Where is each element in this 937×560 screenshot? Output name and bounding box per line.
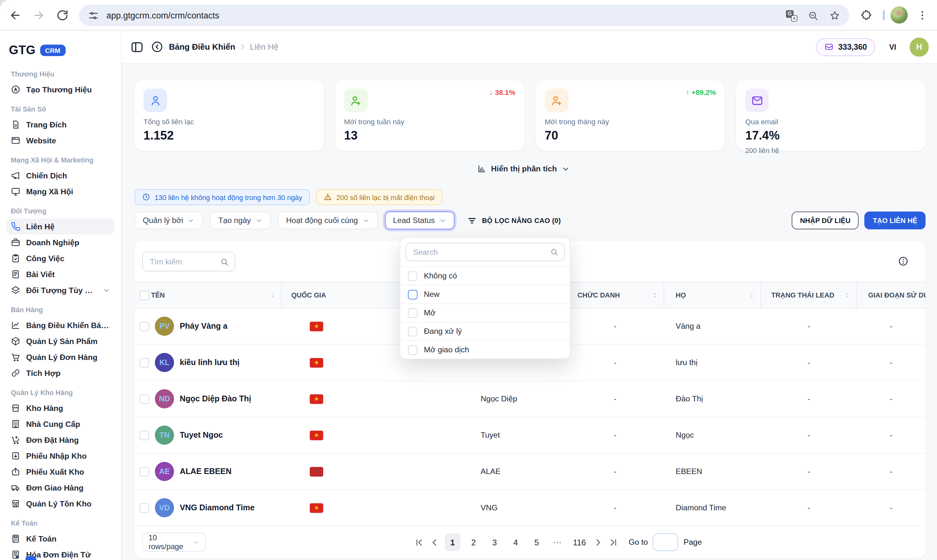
dropdown-option[interactable]: New [400,285,570,303]
import-data-button[interactable]: NHẬP DỮ LIỆU [792,212,858,229]
sidebar-item[interactable]: Quản Lý Đơn Hàng [6,349,115,365]
dropdown-option[interactable]: Không có [400,266,570,285]
table-options-icon[interactable] [898,256,908,266]
url-text[interactable]: app.gtgcrm.com/crm/contacts [106,11,786,20]
sidebar-toggle-icon[interactable] [130,40,144,54]
sidebar-item[interactable]: Phiếu Xuất Kho [6,464,115,480]
row-checkbox[interactable] [140,503,149,512]
browser-back-icon[interactable] [9,9,22,22]
sidebar-item[interactable]: Kế Toán [6,531,115,547]
browser-menu-icon[interactable] [917,9,928,22]
user-avatar[interactable]: H [909,37,929,56]
table-row[interactable]: TNTuyet Ngoc★Tuyet-Ngọc-- [134,417,926,454]
create-contact-button[interactable]: TẠO LIÊN HỆ [865,212,926,229]
translate-icon[interactable]: GA [786,10,797,21]
dropdown-option[interactable]: Mở [400,303,570,322]
breadcrumb-dashboard[interactable]: Bảng Điều Khiển [169,42,235,52]
option-checkbox[interactable] [408,326,418,336]
page-number[interactable]: 4 [508,533,523,551]
table-search-input[interactable] [148,257,220,267]
row-checkbox[interactable] [140,358,149,367]
browser-profile-avatar[interactable] [891,6,908,23]
analytics-toggle[interactable]: Hiển thị phân tích [122,165,926,173]
column-header[interactable]: GIAI ĐOẠN SỬ DỤN [857,282,926,308]
contact-name[interactable]: kiều linh lưu thị [180,358,240,367]
sidebar-item[interactable]: Đơn Đặt Hàng [6,432,115,448]
extensions-icon[interactable] [860,9,872,21]
language-switch[interactable]: VI [889,43,896,51]
prev-page-icon[interactable] [430,537,439,547]
page-number[interactable]: 1 [445,533,460,551]
sidebar-item[interactable]: Quản Lý Tồn Kho [6,495,115,512]
contact-name[interactable]: Pháy Vàng a [180,322,228,331]
site-settings-icon[interactable] [88,10,99,21]
sidebar-item[interactable]: Hóa Đơn Điện Tử [6,547,115,560]
app-logo[interactable]: GTG CRM [6,31,115,62]
alert-badge-warning[interactable]: 200 số liên lạc bị mất điện thoại [316,189,442,205]
sidebar-item[interactable]: Tạo Thương Hiệu [6,82,115,97]
filter-dropdown-button[interactable]: Hoạt động cuối cùng [277,212,378,229]
dropdown-option[interactable]: Mở giao dịch [400,340,570,359]
breadcrumb-back-icon[interactable] [151,41,163,53]
contact-name[interactable]: Tuyet Ngoc [180,431,223,440]
row-checkbox[interactable] [140,394,149,404]
sidebar-item[interactable]: Nhà Cung Cấp [6,416,115,432]
sidebar-item[interactable]: Website [6,132,115,148]
column-header[interactable]: TRẠNG THÁI LEAD [761,282,857,308]
option-checkbox[interactable] [408,345,418,355]
zoom-out-icon[interactable] [808,10,818,21]
bookmark-star-icon[interactable] [829,10,840,21]
row-checkbox[interactable] [140,322,149,331]
sidebar-item[interactable]: Phiếu Nhập Kho [6,448,115,464]
credits-pill[interactable]: 333,360 [816,38,875,56]
sidebar-item[interactable]: Doanh Nghiệp [6,234,115,250]
sidebar-item[interactable]: Kho Hàng [6,400,115,416]
table-row[interactable]: NDNgọc Diệp Đào Thị★Ngọc Diệp-Đào Thị-- [134,381,926,417]
filter-dropdown-button[interactable]: Tạo ngày [210,212,271,229]
column-header[interactable]: TÊN [151,282,282,308]
sidebar-item[interactable]: Chiến Dịch [6,168,115,183]
sidebar-item[interactable]: Công Việc [6,250,115,266]
address-bar[interactable]: app.gtgcrm.com/crm/contacts GA [79,5,849,26]
select-all-checkbox[interactable] [140,290,149,300]
last-page-icon[interactable] [609,537,619,547]
page-number[interactable]: 3 [487,533,502,551]
contact-name[interactable]: ALAE EBEEN [180,467,231,476]
option-checkbox[interactable] [408,289,418,299]
goto-page-input[interactable] [653,533,678,551]
sidebar-item[interactable]: Liên Hệ [6,218,115,234]
dropdown-option[interactable]: Đang xử lý [400,322,570,340]
advanced-filter-button[interactable]: BỘ LỌC NÂNG CAO (0) [467,215,561,225]
page-number[interactable]: 5 [529,533,544,551]
sidebar-item[interactable]: Đối Tượng Tùy Chỉnh [6,282,115,298]
sidebar-item[interactable]: Bài Viết [6,266,115,282]
row-checkbox[interactable] [140,430,149,440]
next-page-icon[interactable] [594,537,603,547]
browser-reload-icon[interactable] [56,9,69,22]
sidebar-item[interactable]: Mạng Xã Hội [6,183,115,199]
sidebar-item[interactable]: Quản Lý Sản Phẩm [6,333,115,349]
sidebar-item[interactable]: Tích Hợp [6,365,115,381]
option-checkbox[interactable] [408,271,418,281]
filter-dropdown-button[interactable]: Lead Status [385,212,455,229]
contact-name[interactable]: Ngọc Diệp Đào Thị [180,394,251,403]
sidebar-item[interactable]: Bảng Điều Khiển Bán H... [6,317,115,333]
row-checkbox[interactable] [140,467,149,476]
first-page-icon[interactable] [414,537,424,547]
option-checkbox[interactable] [408,308,418,318]
column-header[interactable]: CHỨC DANH [566,282,664,308]
table-row[interactable]: VDVNG Diamond Time★VNG-Diamond Time-- [134,490,926,526]
contact-name[interactable]: VNG Diamond Time [180,503,255,512]
rows-per-page-select[interactable]: 10 rows/page [142,532,206,552]
page-number[interactable]: 2 [466,533,481,551]
alert-badge-info[interactable]: 130 liên hệ không hoạt động trong hơn 30… [134,189,310,205]
table-search[interactable] [142,252,235,271]
sidebar-item[interactable]: Đơn Giao Hàng [6,480,115,495]
filter-dropdown-button[interactable]: Quản lý bởi [134,212,203,229]
sidebar-item[interactable]: Trang Đích [6,117,115,132]
browser-forward-icon[interactable] [32,9,45,22]
dropdown-search[interactable] [405,243,565,261]
table-row[interactable]: AEALAE EBEEN☆ALAE-EBEEN-- [134,454,926,490]
page-number[interactable]: 116 [571,533,588,551]
column-header[interactable]: HỌ [664,282,761,308]
